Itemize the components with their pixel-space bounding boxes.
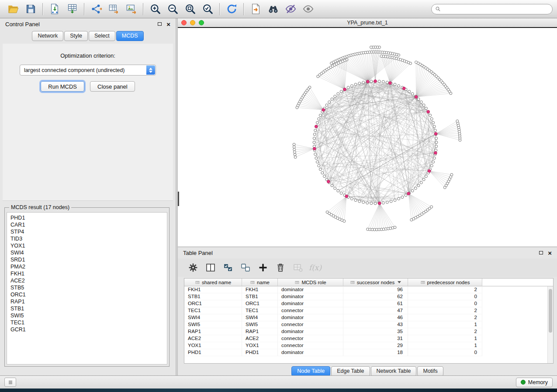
select-all-button[interactable]: [220, 261, 236, 275]
column-header-successor-nodes[interactable]: successor nodes: [343, 279, 408, 286]
mcds-result-list[interactable]: PHD1CAR1STP4TID3YOX1SWI4SRD1PMA2FKH1ACE2…: [7, 212, 167, 364]
import-table-button[interactable]: [63, 2, 81, 17]
open-file-button[interactable]: [4, 2, 22, 17]
table-panel: Table Panel × f(x) shared namenameMCDS r…: [178, 247, 557, 375]
cell-shared-name: FKH1: [184, 286, 242, 293]
mcds-tab-content: Optimization criterion: largest connecte…: [3, 44, 173, 201]
search-input[interactable]: [443, 6, 549, 12]
table-panel-titlebar: Table Panel ×: [178, 247, 557, 258]
table-scrollbar-thumb[interactable]: [549, 289, 552, 333]
table-row[interactable]: RAP1RAP1dominator352: [184, 328, 547, 335]
show-columns-button[interactable]: [202, 261, 218, 275]
zoom-selected-button[interactable]: [199, 2, 216, 17]
zoom-in-icon: [149, 3, 161, 15]
hide-details-button[interactable]: [282, 2, 299, 17]
criterion-dropdown[interactable]: largest connected component (undirected): [20, 65, 156, 76]
cell-filler: [482, 321, 547, 328]
cell-name: STB1: [242, 293, 278, 300]
deselect-all-icon: [240, 262, 251, 273]
refresh-view-button[interactable]: [223, 2, 240, 17]
tab-edge-table[interactable]: Edge Table: [331, 366, 370, 376]
tab-select[interactable]: Select: [89, 31, 115, 41]
cell-successor-nodes: 31: [343, 335, 408, 342]
cell-MCDS-role: connector: [278, 321, 343, 328]
float-panel-icon[interactable]: [158, 22, 162, 26]
tab-mcds[interactable]: MCDS: [116, 31, 144, 41]
close-panel-icon[interactable]: ×: [166, 21, 170, 28]
tab-node-table[interactable]: Node Table: [291, 366, 330, 376]
table-panel-title: Table Panel: [183, 250, 213, 256]
cell-successor-nodes: 29: [343, 342, 408, 349]
column-type-icon: [294, 280, 300, 285]
network-graph[interactable]: [178, 28, 556, 247]
column-header-predecessor-nodes[interactable]: predecessor nodes: [408, 279, 482, 286]
zoom-fit-button[interactable]: [181, 2, 199, 17]
add-column-button[interactable]: [255, 261, 271, 275]
run-mcds-button[interactable]: Run MCDS: [41, 81, 84, 92]
cell-successor-nodes: 18: [343, 349, 408, 356]
cell-MCDS-role: dominator: [278, 286, 343, 293]
toolbar-divider: [243, 3, 244, 15]
show-details-button[interactable]: [299, 2, 317, 17]
table-row[interactable]: YOX1YOX1connector291: [184, 342, 547, 349]
zoom-selected-icon: [202, 3, 214, 15]
close-table-panel-icon[interactable]: ×: [548, 250, 552, 256]
cell-shared-name: PHD1: [184, 349, 242, 356]
tab-style[interactable]: Style: [64, 31, 88, 41]
close-panel-button[interactable]: Close panel: [90, 81, 135, 92]
show-columns-icon: [205, 262, 216, 273]
search-box[interactable]: [431, 4, 553, 14]
table-row[interactable]: SWI5SWI5connector431: [184, 321, 547, 328]
cell-name: RAP1: [242, 328, 278, 335]
network-scrollbar-thumb[interactable]: [178, 192, 179, 206]
cell-name: ACE2: [242, 335, 278, 342]
cell-filler: [482, 349, 547, 356]
table-row[interactable]: ACE2ACE2connector311: [184, 335, 547, 342]
table-toolbar: f(x): [178, 258, 557, 277]
export-image-button[interactable]: [122, 2, 140, 17]
table-row[interactable]: PHD1PHD1dominator180: [184, 349, 547, 356]
cell-predecessor-nodes: 1: [408, 321, 482, 328]
table-row[interactable]: ORC1ORC1dominator610: [184, 300, 547, 307]
column-header-shared-name[interactable]: shared name: [184, 279, 242, 286]
export-document-button[interactable]: [247, 2, 264, 17]
search-network-button[interactable]: [264, 2, 282, 17]
table-scrollbar[interactable]: [547, 286, 553, 363]
cell-MCDS-role: dominator: [278, 328, 343, 335]
export-network-button[interactable]: [87, 2, 105, 17]
cell-filler: [482, 328, 547, 335]
import-network-button[interactable]: [46, 2, 63, 17]
cell-successor-nodes: 61: [343, 300, 408, 307]
task-history-button[interactable]: [4, 378, 16, 387]
network-view[interactable]: [178, 27, 557, 247]
cell-MCDS-role: connector: [278, 342, 343, 349]
mcds-result-node: STP4: [10, 228, 167, 235]
save-session-button[interactable]: [22, 2, 39, 17]
zoom-in-button[interactable]: [146, 2, 164, 17]
tab-network-table[interactable]: Network Table: [371, 366, 417, 376]
table-row[interactable]: TEC1TEC1connector472: [184, 307, 547, 314]
table-row[interactable]: STB1STB1dominator620: [184, 293, 547, 300]
export-table-button[interactable]: [105, 2, 122, 17]
column-header-MCDS-role[interactable]: MCDS role: [278, 279, 343, 286]
toolbar-divider: [143, 3, 143, 15]
cell-filler: [482, 314, 547, 321]
table-row[interactable]: SWI4SWI4dominator462: [184, 314, 547, 321]
mcds-result-node: ORC1: [10, 291, 167, 298]
tab-network[interactable]: Network: [32, 31, 63, 41]
add-column-icon: [258, 262, 268, 273]
gear-button[interactable]: [185, 261, 201, 275]
tab-motifs[interactable]: Motifs: [417, 366, 443, 376]
search-network-icon: [267, 3, 279, 15]
column-header-name[interactable]: name: [242, 279, 278, 286]
toolbar-divider: [42, 3, 43, 15]
table-row[interactable]: FKH1FKH1dominator962: [184, 286, 547, 293]
zoom-out-button[interactable]: [164, 2, 181, 17]
float-table-panel-icon[interactable]: [539, 251, 543, 254]
cell-shared-name: TEC1: [184, 307, 242, 314]
cell-successor-nodes: 43: [343, 321, 408, 328]
sort-dropdown-icon[interactable]: [398, 281, 401, 283]
delete-columns-button[interactable]: [272, 261, 288, 275]
deselect-all-button[interactable]: [237, 261, 253, 275]
memory-button[interactable]: Memory: [516, 378, 553, 387]
